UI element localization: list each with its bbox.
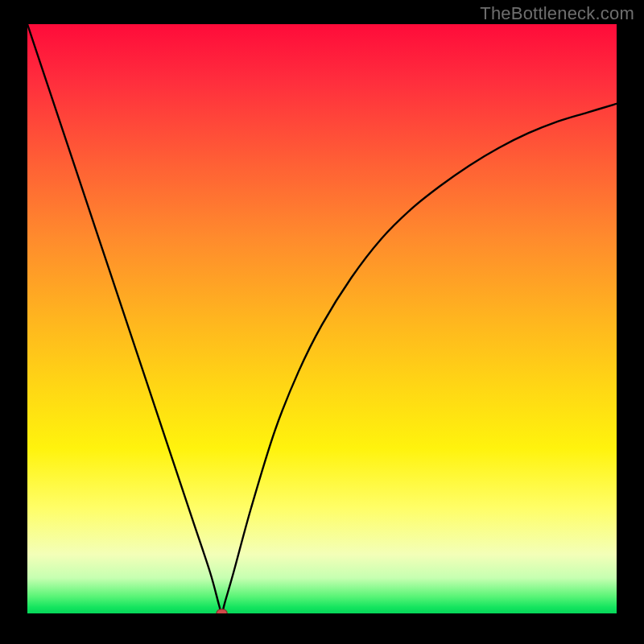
chart-frame: TheBottleneck.com [0, 0, 644, 644]
bottleneck-curve [27, 24, 617, 613]
plot-area [27, 24, 617, 613]
watermark-text: TheBottleneck.com [480, 3, 634, 24]
curve-layer [27, 24, 617, 613]
svg-rect-0 [217, 609, 227, 613]
minimum-marker-icon [217, 609, 227, 613]
